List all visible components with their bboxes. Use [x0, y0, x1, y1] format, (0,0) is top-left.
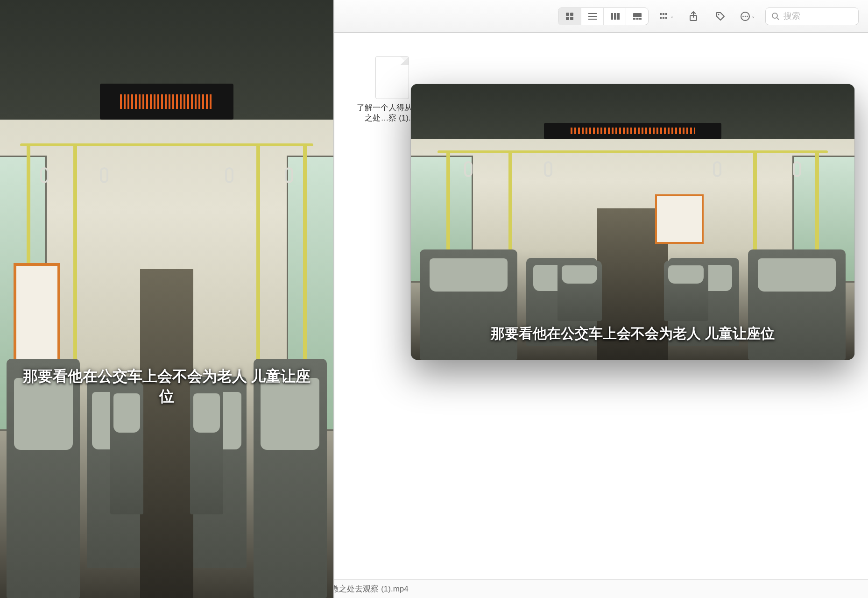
more-actions-icon — [740, 11, 750, 21]
view-columns[interactable] — [603, 8, 626, 25]
svg-rect-7 — [611, 13, 613, 20]
svg-rect-18 — [663, 17, 664, 19]
svg-rect-11 — [633, 18, 635, 20]
quicklook-window[interactable]: 那要看他在公交车上会不会为老人 儿童让座位 — [411, 84, 854, 360]
columns-icon — [610, 12, 620, 21]
svg-rect-2 — [566, 17, 569, 20]
svg-rect-6 — [588, 19, 597, 20]
chevron-down-icon: ⌄ — [751, 14, 755, 19]
group-by-icon — [659, 12, 669, 21]
video-subtitle: 那要看他在公交车上会不会为老人 儿童让座位 — [0, 366, 333, 406]
svg-rect-13 — [639, 18, 642, 20]
svg-rect-12 — [636, 18, 638, 20]
svg-point-23 — [742, 15, 744, 17]
group-by-button[interactable]: ⌄ — [657, 8, 676, 25]
more-actions-button[interactable]: ⌄ — [738, 8, 757, 25]
svg-point-21 — [718, 14, 720, 15]
svg-rect-14 — [660, 13, 662, 15]
svg-rect-17 — [660, 17, 662, 19]
list-icon — [587, 12, 598, 21]
svg-rect-1 — [570, 13, 573, 16]
search-input[interactable] — [783, 11, 849, 21]
svg-rect-4 — [588, 13, 597, 14]
video-frame-preview: 那要看他在公交车上会不会为老人 儿童让座位 — [411, 84, 854, 360]
bus-poster — [655, 194, 704, 244]
search-field[interactable] — [765, 7, 859, 25]
video-frame-main: 那要看他在公交车上会不会为老人 儿童让座位 — [0, 0, 333, 598]
view-list[interactable] — [581, 8, 603, 25]
share-button[interactable] — [684, 8, 703, 25]
view-gallery[interactable] — [626, 8, 648, 25]
view-icon-grid[interactable] — [558, 8, 581, 25]
tags-button[interactable] — [711, 8, 730, 25]
bus-led-sign — [100, 84, 233, 120]
video-player-window[interactable]: 那要看他在公交车上会不会为老人 儿童让座位 — [0, 0, 334, 598]
svg-rect-3 — [570, 17, 573, 20]
svg-rect-19 — [665, 17, 667, 19]
video-subtitle: 那要看他在公交车上会不会为老人 儿童让座位 — [411, 324, 854, 343]
document-file-icon — [375, 56, 409, 99]
svg-line-27 — [777, 18, 779, 20]
tags-icon — [715, 11, 726, 21]
svg-rect-16 — [665, 13, 667, 15]
share-icon — [689, 11, 698, 21]
svg-rect-5 — [588, 16, 597, 17]
chevron-down-icon: ⌄ — [670, 14, 674, 19]
bus-led-sign — [544, 123, 721, 139]
svg-rect-0 — [566, 13, 569, 16]
svg-rect-8 — [614, 13, 616, 20]
view-mode-group — [558, 7, 649, 25]
gallery-icon — [632, 12, 642, 21]
svg-point-24 — [745, 15, 746, 17]
svg-point-25 — [747, 15, 748, 17]
svg-rect-10 — [633, 13, 642, 17]
svg-rect-9 — [617, 13, 620, 20]
search-icon — [771, 12, 780, 21]
grid-icon — [565, 12, 574, 21]
svg-rect-15 — [663, 13, 664, 15]
